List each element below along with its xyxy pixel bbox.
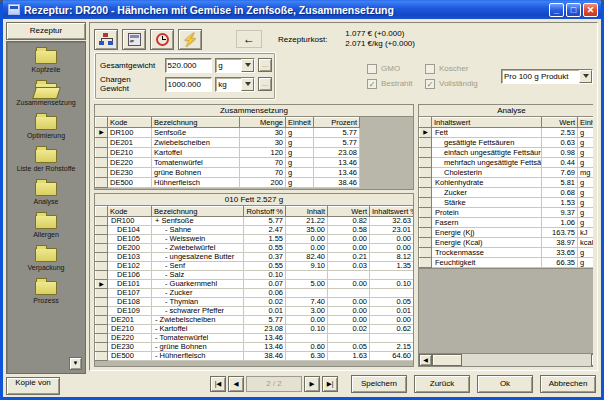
cell-iwp[interactable]: 23.01 — [370, 226, 414, 235]
cell-wert[interactable] — [328, 334, 370, 343]
cell-rohstoff[interactable]: 0.37 — [244, 253, 286, 262]
checkbox-koscher[interactable] — [425, 64, 435, 74]
cell-kode[interactable]: DE107 — [108, 289, 152, 298]
batch-weight-more-button[interactable]: ... — [258, 77, 272, 91]
per-product-combo[interactable]: Pro 100 g Produkt — [501, 69, 593, 84]
cell-bez[interactable]: - Zucker — [152, 289, 244, 298]
cell-bez[interactable]: - ungesalzene Butter — [152, 253, 244, 262]
cell-name[interactable]: Feuchtigkeit — [432, 258, 542, 268]
cell-bez[interactable]: - Kartoffel — [152, 325, 244, 334]
row-selector[interactable] — [96, 138, 108, 148]
prev-record-button[interactable]: ◀ — [228, 376, 244, 392]
cell-inhalt[interactable]: 21.22 — [286, 217, 328, 226]
row-selector[interactable] — [96, 168, 108, 178]
close-button[interactable]: ✕ — [583, 3, 598, 17]
row-selector[interactable] — [96, 178, 108, 188]
cell-rohstoff[interactable]: 0.06 — [244, 289, 286, 298]
row-selector[interactable] — [96, 226, 108, 235]
clock-button[interactable] — [150, 29, 174, 50]
cell-wert[interactable]: 0.00 — [328, 280, 370, 289]
table-row[interactable]: Stärke1.53g — [420, 198, 594, 208]
cell-einheit[interactable]: kcal — [578, 238, 594, 248]
row-selector[interactable] — [96, 148, 108, 158]
cell-bez[interactable]: - Zwiebelwürfel — [152, 244, 244, 253]
cell-kode[interactable]: DE210 — [108, 325, 152, 334]
row-selector[interactable] — [96, 235, 108, 244]
table-row[interactable]: DE109- schwarer Pfeffer0.013.000.000.01 — [96, 307, 414, 316]
cell-inhalt[interactable]: 0.00 — [286, 235, 328, 244]
cell-wert[interactable]: 1.63 — [328, 352, 370, 361]
cell-wert[interactable]: 0.00 — [328, 235, 370, 244]
cell-inhalt[interactable]: 3.00 — [286, 307, 328, 316]
row-selector[interactable] — [96, 334, 108, 343]
sidebar-item-prozess[interactable]: Prozess — [16, 281, 76, 305]
checkbox-vollstaendig[interactable]: ✓ — [425, 79, 435, 89]
calculator-button[interactable] — [122, 29, 146, 50]
table-row[interactable]: DE230grüne Bohnen70g13.46 — [96, 168, 360, 178]
sidebar-item-allergen[interactable]: Allergen — [16, 215, 76, 239]
row-selector[interactable] — [420, 138, 432, 148]
sidebar-scroll-down-button[interactable]: ▼ — [69, 357, 82, 370]
cell-einheit[interactable]: g — [286, 128, 314, 138]
cell-einheit[interactable]: mg — [578, 168, 594, 178]
cell-kode[interactable]: DE105 — [108, 235, 152, 244]
cell-kode[interactable]: DE109 — [108, 307, 152, 316]
cell-rohstoff[interactable]: 13.46 — [244, 343, 286, 352]
cell-name[interactable]: Cholesterin — [432, 168, 542, 178]
row-selector[interactable] — [96, 217, 108, 226]
cell-iwp[interactable]: 0.10 — [370, 280, 414, 289]
cell-menge[interactable]: 30 — [240, 138, 286, 148]
cell-menge[interactable]: 120 — [240, 148, 286, 158]
checkbox-bestrahlt[interactable]: ✓ — [367, 79, 377, 89]
cell-einheit[interactable]: g — [578, 158, 594, 168]
cell-bez[interactable]: Senfsoße — [152, 128, 240, 138]
chevron-down-icon[interactable] — [579, 70, 592, 83]
row-selector[interactable] — [96, 271, 108, 280]
table-row[interactable]: Energie (Kcal)38.97kcal — [420, 238, 594, 248]
minimize-button[interactable]: _ — [549, 3, 564, 17]
sidebar-item-kopfzeile[interactable]: Kopfzeile — [16, 50, 76, 74]
table-row[interactable]: DE500- Hühnerfleisch38.466.301.6364.60 — [96, 352, 414, 361]
cell-bez[interactable]: + Senfsoße — [152, 217, 244, 226]
batch-weight-input[interactable]: 1000.000 — [165, 77, 213, 92]
cell-prozent[interactable]: 13.46 — [314, 158, 360, 168]
cell-kode[interactable]: DE500 — [108, 352, 152, 361]
cell-wert[interactable]: 0.00 — [328, 298, 370, 307]
cell-rohstoff[interactable]: 5.77 — [244, 217, 286, 226]
row-selector[interactable] — [96, 316, 108, 325]
back-button[interactable]: Zurück — [414, 375, 470, 393]
titlebar[interactable]: Rezeptur: DR200 - Hähnchen mit Gemüse in… — [3, 0, 601, 19]
cell-wert[interactable]: 2.53 — [542, 128, 578, 138]
row-selector[interactable] — [420, 188, 432, 198]
cell-bez[interactable]: - Sahne — [152, 226, 244, 235]
cell-rohstoff[interactable]: 0.07 — [244, 280, 286, 289]
cell-einheit[interactable]: g — [578, 148, 594, 158]
cell-einheit[interactable]: g — [578, 248, 594, 258]
cell-wert[interactable]: 0.63 — [542, 138, 578, 148]
table-row[interactable]: DE201- Zwiebelscheiben5.770.000.000.00 — [96, 316, 414, 325]
cell-rohstoff[interactable]: 2.47 — [244, 226, 286, 235]
cell-kode[interactable]: DE201 — [108, 316, 152, 325]
sidebar-item-zusammensetzung[interactable]: Zusammensetzung — [16, 83, 76, 107]
cell-wert[interactable]: 0.98 — [542, 148, 578, 158]
cell-einheit[interactable]: g — [578, 138, 594, 148]
cell-iwp[interactable]: 0.00 — [370, 235, 414, 244]
cell-iwp[interactable]: 1.35 — [370, 262, 414, 271]
cell-inhalt[interactable] — [286, 271, 328, 280]
table-row[interactable]: DE210- Kartoffel23.080.100.020.62 — [96, 325, 414, 334]
table-row[interactable]: Zucker0.68g — [420, 188, 594, 198]
cell-menge[interactable]: 30 — [240, 128, 286, 138]
cell-rohstoff[interactable]: 38.46 — [244, 352, 286, 361]
cancel-button[interactable]: Abbrechen — [540, 375, 596, 393]
cell-inhalt[interactable]: 9.10 — [286, 262, 328, 271]
cell-wert[interactable]: 5.81 — [542, 178, 578, 188]
row-selector[interactable] — [96, 325, 108, 334]
row-selector[interactable] — [420, 198, 432, 208]
cell-wert[interactable] — [328, 289, 370, 298]
cell-wert[interactable]: 0.00 — [328, 307, 370, 316]
table-row[interactable]: ▶DR100Senfsoße30g5.77 — [96, 128, 360, 138]
cell-kode[interactable]: DE106 — [108, 271, 152, 280]
cell-prozent[interactable]: 13.46 — [314, 168, 360, 178]
cell-rohstoff[interactable]: 0.01 — [244, 307, 286, 316]
row-selector[interactable] — [420, 178, 432, 188]
